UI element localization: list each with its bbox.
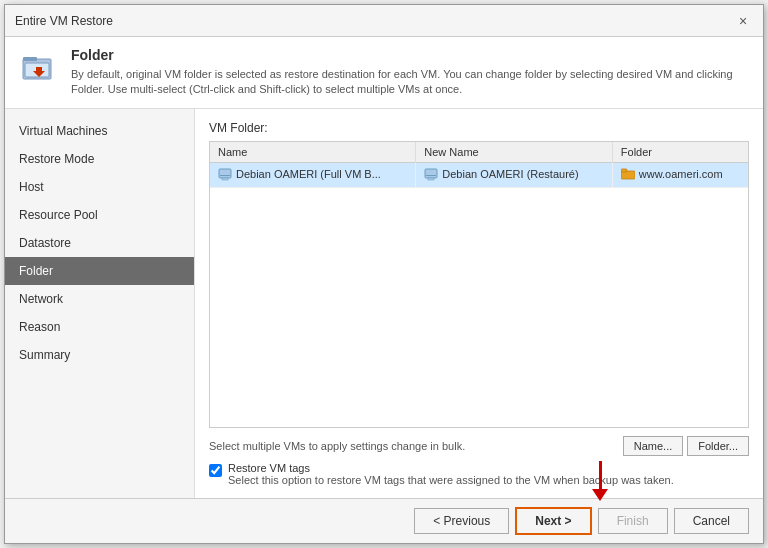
bulk-row: Select multiple VMs to apply settings ch… <box>209 436 749 456</box>
table-header-row: Name New Name Folder <box>210 142 748 163</box>
sidebar-item-network[interactable]: Network <box>5 285 194 313</box>
sidebar-item-virtual-machines[interactable]: Virtual Machines <box>5 117 194 145</box>
col-header-new-name: New Name <box>416 142 613 163</box>
title-bar: Entire VM Restore × <box>5 5 763 37</box>
restore-tags-row: Restore VM tags Select this option to re… <box>209 462 749 486</box>
next-button[interactable]: Next > <box>515 507 591 535</box>
sidebar-item-resource-pool[interactable]: Resource Pool <box>5 201 194 229</box>
bottom-area: Select multiple VMs to apply settings ch… <box>209 436 749 486</box>
close-button[interactable]: × <box>733 11 753 31</box>
arrow-shaft <box>599 461 602 489</box>
svg-rect-5 <box>222 178 228 180</box>
main-area: Virtual Machines Restore Mode Host Resou… <box>5 109 763 498</box>
sidebar-item-host[interactable]: Host <box>5 173 194 201</box>
content-area: VM Folder: Name New Name Folder <box>195 109 763 498</box>
sidebar-item-reason[interactable]: Reason <box>5 313 194 341</box>
col-header-folder: Folder <box>612 142 748 163</box>
cell-folder: www.oameri.com <box>612 162 748 187</box>
svg-rect-4 <box>219 169 231 178</box>
dialog-title: Entire VM Restore <box>15 14 113 28</box>
svg-rect-1 <box>23 57 37 61</box>
svg-rect-11 <box>621 169 627 172</box>
bulk-text: Select multiple VMs to apply settings ch… <box>209 440 465 452</box>
cancel-button[interactable]: Cancel <box>674 508 749 534</box>
col-header-name: Name <box>210 142 416 163</box>
action-buttons: Name... Folder... <box>623 436 749 456</box>
arrow-indicator <box>592 461 608 501</box>
finish-button[interactable]: Finish <box>598 508 668 534</box>
sidebar-item-datastore[interactable]: Datastore <box>5 229 194 257</box>
name-button[interactable]: Name... <box>623 436 684 456</box>
sidebar-item-folder[interactable]: Folder <box>5 257 194 285</box>
sidebar: Virtual Machines Restore Mode Host Resou… <box>5 109 195 498</box>
cell-name: Debian OAMERI (Full VM B... <box>210 162 416 187</box>
header-content: Folder By default, original VM folder is… <box>71 47 749 98</box>
arrow-head <box>592 489 608 501</box>
restore-tags-checkbox[interactable] <box>209 464 222 477</box>
footer: < Previous Next > Finish Cancel <box>5 498 763 543</box>
header-title: Folder <box>71 47 749 63</box>
svg-rect-9 <box>426 175 436 176</box>
svg-rect-6 <box>220 175 230 176</box>
header: Folder By default, original VM folder is… <box>5 37 763 109</box>
folder-button[interactable]: Folder... <box>687 436 749 456</box>
vm-name: Debian OAMERI (Full VM B... <box>236 168 381 180</box>
sidebar-item-summary[interactable]: Summary <box>5 341 194 369</box>
dialog: Entire VM Restore × Folder By default, o… <box>4 4 764 544</box>
section-label: VM Folder: <box>209 121 749 135</box>
header-description: By default, original VM folder is select… <box>71 67 749 98</box>
vm-new-name: Debian OAMERI (Restauré) <box>442 168 578 180</box>
svg-rect-7 <box>425 169 437 178</box>
svg-rect-8 <box>428 178 434 180</box>
previous-button[interactable]: < Previous <box>414 508 509 534</box>
table-row[interactable]: Debian OAMERI (Full VM B... <box>210 162 748 187</box>
sidebar-item-restore-mode[interactable]: Restore Mode <box>5 145 194 173</box>
vm-folder-table: Name New Name Folder <box>209 141 749 428</box>
cell-new-name: Debian OAMERI (Restauré) <box>416 162 613 187</box>
folder-restore-icon <box>19 49 59 89</box>
vm-folder: www.oameri.com <box>639 168 723 180</box>
